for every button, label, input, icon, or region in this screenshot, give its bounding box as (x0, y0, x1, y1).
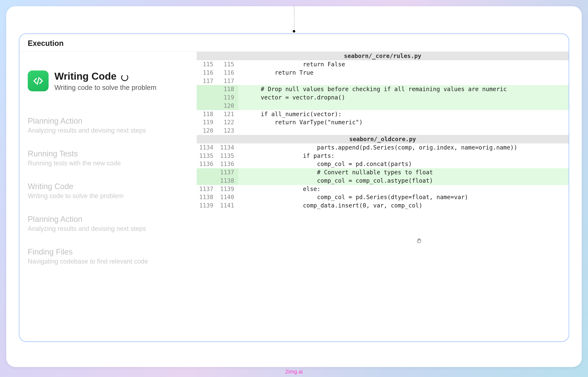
svg-line-0 (37, 78, 39, 84)
diff-code: # Convert nullable types to float (238, 168, 569, 177)
history-step: Writing CodeWriting code to solve the pr… (28, 182, 190, 200)
diff-line-added: 1138 comp_col = comp_col.astype(float) (197, 177, 569, 185)
diff-column: seaborn/_core/rules.py115115 return Fals… (197, 52, 569, 280)
line-number-new: 1134 (217, 143, 238, 152)
diff-line-added: 118 # Drop null values before checking i… (197, 85, 569, 94)
line-number-new: 1135 (217, 152, 238, 160)
line-number-new: 1136 (217, 160, 238, 168)
current-step-subtitle: Writing code to solve the problem (54, 84, 156, 92)
line-number-new: 1138 (217, 177, 238, 185)
history-step-subtitle: Writing code to solve the problem (28, 192, 190, 200)
history-step: Finding FilesNavigating codebase to find… (28, 247, 190, 265)
top-guide-line (294, 6, 294, 31)
diff-code: comp_col = pd.Series(dtype=float, name=v… (238, 193, 569, 201)
line-number-new: 1139 (217, 185, 238, 193)
diff-code: comp_col = pd.concat(parts) (238, 160, 569, 168)
current-step-title-row: Writing Code (54, 71, 156, 84)
line-number-new: 121 (217, 110, 238, 118)
diff-line: 119122 return VarType("numeric") (197, 118, 569, 127)
diff-line: 11371139 else: (197, 185, 569, 193)
diff-code: else: (238, 185, 569, 193)
line-number-old (197, 94, 217, 102)
history-list: Planning ActionAnalyzing results and dev… (28, 117, 190, 265)
diff-line: 11341134 parts.append(pd.Series(comp, or… (197, 143, 569, 152)
line-number-new: 120 (217, 102, 238, 110)
history-step-title: Writing Code (28, 182, 190, 191)
line-number-old (197, 177, 217, 185)
panel-title: Execution (19, 39, 569, 52)
diff-code (238, 102, 569, 110)
line-number-old (197, 102, 217, 110)
steps-column: Writing Code Writing code to solve the p… (19, 52, 197, 280)
diff-code: return VarType("numeric") (238, 118, 569, 127)
diff-code: comp_col = comp_col.astype(float) (238, 177, 569, 185)
line-number-old: 1138 (197, 193, 217, 201)
line-number-new: 122 (217, 118, 238, 127)
line-number-old: 1135 (197, 152, 217, 160)
history-step-title: Planning Action (28, 117, 190, 126)
history-step-title: Planning Action (28, 215, 190, 224)
diff-code: parts.append(pd.Series(comp, orig.index,… (238, 143, 569, 152)
current-step: Writing Code Writing code to solve the p… (28, 71, 190, 92)
diff-line-added: 119 vector = vector.dropna() (197, 94, 569, 102)
spinner-icon (121, 74, 128, 81)
history-step: Planning ActionAnalyzing results and dev… (28, 117, 190, 134)
diff-file-header: seaborn/_core/rules.py (197, 52, 569, 60)
line-number-new: 1140 (217, 193, 238, 201)
line-number-new: 118 (217, 85, 238, 94)
history-step: Running TestsRunning tests with the new … (28, 149, 190, 167)
app-card: Execution Writing Code (6, 6, 582, 367)
line-number-new: 117 (217, 77, 238, 85)
line-number-new: 116 (217, 69, 238, 77)
line-number-old (197, 85, 217, 94)
line-number-old: 1136 (197, 160, 217, 168)
code-icon (28, 71, 48, 91)
history-step-title: Finding Files (28, 247, 190, 257)
diff-code: vector = vector.dropna() (238, 94, 569, 102)
line-number-old: 117 (197, 77, 217, 85)
diff-line: 11391141 comp_data.insert(0, var, comp_c… (197, 201, 569, 210)
diff-line: 117117 (197, 77, 569, 85)
diff-code: # Drop null values before checking if al… (238, 85, 569, 94)
history-step-subtitle: Running tests with the new code (28, 160, 190, 167)
history-step-subtitle: Analyzing results and devising next step… (28, 127, 190, 134)
line-number-old: 120 (197, 127, 217, 135)
diff-code: if parts: (238, 152, 569, 160)
line-number-old: 1134 (197, 143, 217, 152)
diff-code (238, 127, 569, 135)
line-number-old (197, 168, 217, 177)
line-number-new: 123 (217, 127, 238, 135)
diff-line: 115115 return False (197, 60, 569, 69)
current-step-text: Writing Code Writing code to solve the p… (54, 71, 156, 92)
diff-code: if all_numeric(vector): (238, 110, 569, 118)
diff-line: 11361136 comp_col = pd.concat(parts) (197, 160, 569, 168)
line-number-old: 1139 (197, 201, 217, 210)
panel-body: Writing Code Writing code to solve the p… (19, 52, 569, 280)
diff-line: 118121 if all_numeric(vector): (197, 110, 569, 118)
watermark: 2img.ai (285, 368, 303, 375)
line-number-new: 119 (217, 94, 238, 102)
diff-file-header: seaborn/_oldcore.py (197, 135, 569, 143)
current-step-title: Writing Code (54, 71, 117, 82)
top-guide-dot (293, 30, 295, 33)
diff-line-added: 120 (197, 102, 569, 110)
diff-line: 120123 (197, 127, 569, 135)
execution-panel: Execution Writing Code (19, 33, 569, 342)
line-number-old: 118 (197, 110, 217, 118)
diff-line: 11351135 if parts: (197, 152, 569, 160)
diff-code: return True (238, 69, 569, 77)
line-number-old: 116 (197, 69, 217, 77)
line-number-old: 115 (197, 60, 217, 69)
diff-code (238, 77, 569, 85)
diff-code: comp_data.insert(0, var, comp_col) (238, 201, 569, 210)
diff-view[interactable]: seaborn/_core/rules.py115115 return Fals… (197, 52, 569, 210)
history-step-title: Running Tests (28, 149, 190, 158)
line-number-new: 1137 (217, 168, 238, 177)
diff-code: return False (238, 60, 569, 69)
diff-line-added: 1137 # Convert nullable types to float (197, 168, 569, 177)
history-step-subtitle: Navigating codebase to find relevant cod… (28, 258, 190, 265)
grab-cursor-icon (416, 238, 422, 245)
diff-line: 116116 return True (197, 69, 569, 77)
line-number-old: 119 (197, 118, 217, 127)
line-number-old: 1137 (197, 185, 217, 193)
